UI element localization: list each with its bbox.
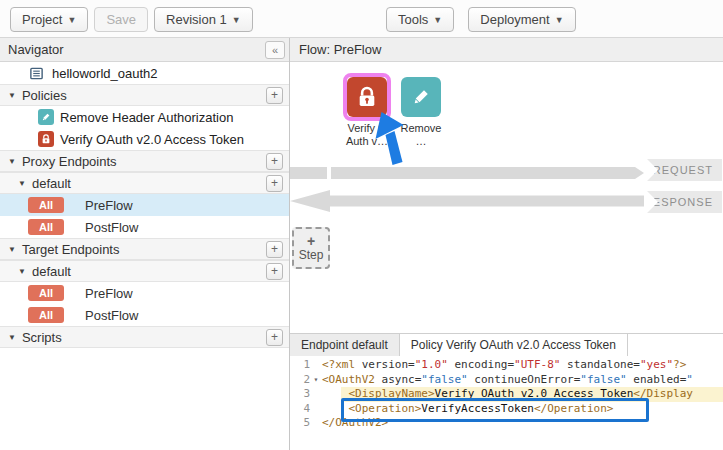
- xml-code-editor[interactable]: 1<?xml version="1.0" encoding="UTF-8" st…: [290, 356, 723, 450]
- proxy-endpoint-default[interactable]: ▼ default +: [0, 172, 289, 194]
- disclosure-triangle-icon: ▼: [18, 267, 26, 276]
- line-number: 4: [290, 402, 310, 417]
- section-proxy-endpoints-label: Proxy Endpoints: [22, 154, 117, 169]
- policy-item-verify-oauth[interactable]: Verify OAuth v2.0 Access Token: [0, 128, 289, 150]
- section-target-endpoints-label: Target Endpoints: [22, 242, 120, 257]
- tools-menu-button[interactable]: Tools ▼: [386, 7, 454, 32]
- code-token: ": [686, 373, 693, 386]
- deployment-menu-label: Deployment: [480, 12, 549, 27]
- disclosure-triangle-icon: ▼: [18, 179, 26, 188]
- section-target-endpoints[interactable]: ▼ Target Endpoints +: [0, 238, 289, 260]
- code-token: "UTF-8": [514, 358, 560, 371]
- lock-policy-icon: [38, 131, 54, 147]
- flow-header: Flow: PreFlow: [290, 38, 723, 62]
- all-badge: All: [28, 307, 64, 323]
- code-token: "false": [421, 373, 467, 386]
- chevron-down-icon: ▼: [67, 15, 76, 25]
- lock-icon: [354, 84, 380, 110]
- line-number: 2: [290, 373, 310, 388]
- toolbar-left-group: Project ▼ Save Revision 1 ▼: [10, 7, 253, 32]
- target-endpoint-default[interactable]: ▼ default +: [0, 260, 289, 282]
- pencil-icon: [409, 85, 433, 109]
- disclosure-triangle-icon: ▼: [8, 157, 16, 166]
- chevron-down-icon: ▼: [433, 15, 442, 25]
- tab-endpoint-default[interactable]: Endpoint default: [290, 334, 400, 356]
- response-bar: [290, 190, 644, 212]
- code-token: encoding=: [448, 358, 514, 371]
- plus-icon: +: [307, 234, 315, 248]
- code-token: "yes": [640, 358, 673, 371]
- section-scripts-label: Scripts: [22, 330, 62, 345]
- policy-item-remove-header[interactable]: Remove Header Authorization: [0, 106, 289, 128]
- code-token: "1.0": [415, 358, 448, 371]
- tools-menu-label: Tools: [398, 12, 428, 27]
- line-number: 5: [290, 416, 310, 431]
- all-badge: All: [28, 219, 64, 235]
- add-step-button[interactable]: + Step: [292, 227, 330, 269]
- add-target-endpoint-button[interactable]: +: [266, 241, 283, 258]
- policy-item-label: Remove Header Authorization: [60, 110, 233, 125]
- flow-item-label: PreFlow: [85, 286, 133, 301]
- flow-canvas: Verify O Auth v… Remove … REQUEST RESPON…: [290, 62, 723, 333]
- line-number: 3: [290, 387, 310, 402]
- revision-menu-button[interactable]: Revision 1 ▼: [154, 7, 253, 32]
- proxy-postflow-item[interactable]: All PostFlow: [0, 216, 289, 238]
- deployment-menu-button[interactable]: Deployment ▼: [468, 7, 575, 32]
- remove-header-policy-tile[interactable]: [401, 77, 441, 117]
- code-token: async=: [382, 373, 422, 386]
- code-token: "false": [580, 373, 626, 386]
- project-menu-label: Project: [22, 12, 62, 27]
- navigator-header: Navigator «: [0, 38, 289, 62]
- bundle-item-helloworld-oauth2[interactable]: helloworld_oauth2: [0, 62, 289, 84]
- code-text: <?xml version="1.0" encoding="UTF-8" sta…: [322, 358, 686, 373]
- add-policy-button[interactable]: +: [266, 87, 283, 104]
- response-banner: RESPONSE: [647, 191, 722, 213]
- code-token: <?xml: [322, 358, 362, 371]
- proxy-endpoint-default-label: default: [32, 176, 71, 191]
- navigator-panel: Navigator « helloworld_oauth2 ▼ Policies…: [0, 38, 290, 450]
- code-token: continueOnError=: [468, 373, 581, 386]
- flow-header-title: Flow: PreFlow: [299, 42, 381, 57]
- target-preflow-item[interactable]: All PreFlow: [0, 282, 289, 304]
- navigator-title: Navigator: [8, 42, 64, 57]
- chevron-down-icon: ▼: [555, 15, 564, 25]
- collapse-panel-button[interactable]: «: [265, 41, 285, 59]
- save-button-label: Save: [106, 12, 136, 27]
- code-token: standalone=: [560, 358, 639, 371]
- disclosure-triangle-icon: ▼: [8, 333, 16, 342]
- code-token: enabled=: [627, 373, 687, 386]
- code-token: version=: [362, 358, 415, 371]
- save-button[interactable]: Save: [94, 7, 148, 32]
- add-script-button[interactable]: +: [266, 329, 283, 346]
- add-flow-button[interactable]: +: [266, 263, 283, 280]
- section-policies[interactable]: ▼ Policies +: [0, 84, 289, 106]
- add-flow-button[interactable]: +: [266, 175, 283, 192]
- section-proxy-endpoints[interactable]: ▼ Proxy Endpoints +: [0, 150, 289, 172]
- pencil-policy-icon: [38, 109, 54, 125]
- revision-menu-label: Revision 1: [166, 12, 227, 27]
- bundle-label: helloworld_oauth2: [52, 66, 158, 81]
- toolbar-middle-group: Tools ▼ Deployment ▼: [386, 7, 576, 32]
- code-text: <OAuthV2 async="false" continueOnError="…: [322, 373, 693, 388]
- chevron-down-icon: ▼: [232, 15, 241, 25]
- request-banner: REQUEST: [647, 159, 722, 181]
- code-line: 1<?xml version="1.0" encoding="UTF-8" st…: [290, 358, 723, 373]
- add-step-label: Step: [299, 248, 324, 262]
- project-menu-button[interactable]: Project ▼: [10, 7, 88, 32]
- tab-policy-verify-oauth[interactable]: Policy Verify OAuth v2.0 Access Token: [400, 334, 628, 356]
- add-proxy-endpoint-button[interactable]: +: [266, 153, 283, 170]
- section-policies-label: Policies: [22, 88, 67, 103]
- flow-item-label: PostFlow: [85, 308, 138, 323]
- disclosure-triangle-icon: ▼: [8, 245, 16, 254]
- flow-editor-panel: Flow: PreFlow Verify O: [290, 38, 723, 450]
- verify-oauth-policy-tile[interactable]: [347, 77, 387, 117]
- code-line: 2▾<OAuthV2 async="false" continueOnError…: [290, 373, 723, 388]
- section-scripts[interactable]: ▼ Scripts +: [0, 326, 289, 348]
- fold-gutter: [310, 402, 322, 417]
- fold-gutter: [310, 416, 322, 431]
- fold-caret-icon[interactable]: ▾: [310, 373, 322, 388]
- target-endpoint-default-label: default: [32, 264, 71, 279]
- bundle-list-icon: [28, 65, 44, 81]
- proxy-preflow-item[interactable]: All PreFlow: [0, 194, 289, 216]
- target-postflow-item[interactable]: All PostFlow: [0, 304, 289, 326]
